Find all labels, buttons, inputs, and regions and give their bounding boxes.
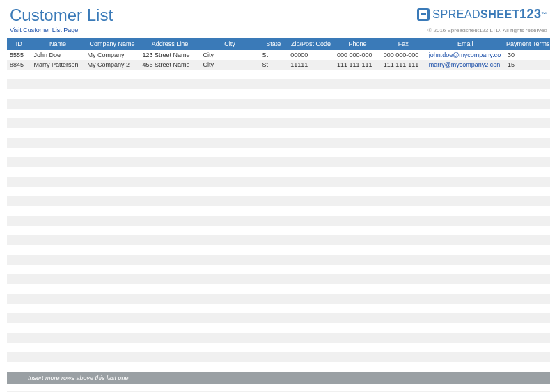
table-row-empty[interactable]: [7, 216, 550, 226]
cell-empty[interactable]: [288, 255, 334, 265]
cell-empty[interactable]: [84, 323, 139, 333]
cell-empty[interactable]: [260, 294, 288, 304]
cell-empty[interactable]: [334, 128, 381, 138]
cell-empty[interactable]: [31, 196, 84, 206]
cell-empty[interactable]: [334, 265, 381, 274]
cell-company[interactable]: My Company: [84, 50, 139, 60]
cell-empty[interactable]: [84, 187, 139, 196]
table-row-empty[interactable]: [7, 284, 550, 294]
cell-empty[interactable]: [84, 99, 139, 109]
table-row-empty[interactable]: [7, 99, 550, 109]
cell-empty[interactable]: [84, 118, 139, 128]
col-header-id[interactable]: ID: [7, 38, 31, 50]
cell-empty[interactable]: [139, 196, 200, 206]
table-row-empty[interactable]: [7, 245, 550, 255]
cell-empty[interactable]: [84, 157, 139, 167]
cell-empty[interactable]: [84, 333, 139, 343]
table-row-empty[interactable]: [7, 304, 550, 313]
cell-empty[interactable]: [505, 109, 550, 118]
cell-empty[interactable]: [139, 167, 200, 177]
cell-empty[interactable]: [381, 128, 426, 138]
cell-empty[interactable]: [426, 265, 505, 274]
cell-empty[interactable]: [84, 196, 139, 206]
cell-empty[interactable]: [505, 274, 550, 284]
cell-empty[interactable]: [31, 313, 84, 323]
cell-empty[interactable]: [201, 128, 260, 138]
cell-empty[interactable]: [381, 323, 426, 333]
cell-empty[interactable]: [288, 265, 334, 274]
cell-empty[interactable]: [201, 109, 260, 118]
cell-empty[interactable]: [334, 109, 381, 118]
cell-city[interactable]: City: [201, 60, 260, 70]
cell-empty[interactable]: [31, 128, 84, 138]
cell-id[interactable]: 5555: [7, 50, 31, 60]
cell-empty[interactable]: [426, 245, 505, 255]
table-row-empty[interactable]: [7, 352, 550, 362]
cell-empty[interactable]: [260, 265, 288, 274]
cell-empty[interactable]: [7, 206, 31, 216]
cell-empty[interactable]: [288, 89, 334, 99]
cell-empty[interactable]: [31, 245, 84, 255]
cell-empty[interactable]: [381, 274, 426, 284]
cell-empty[interactable]: [260, 255, 288, 265]
cell-empty[interactable]: [288, 187, 334, 196]
cell-empty[interactable]: [31, 216, 84, 226]
cell-address[interactable]: 123 Street Name: [139, 50, 200, 60]
cell-empty[interactable]: [288, 304, 334, 313]
cell-empty[interactable]: [7, 196, 31, 206]
cell-empty[interactable]: [381, 333, 426, 343]
cell-empty[interactable]: [201, 70, 260, 79]
cell-empty[interactable]: [288, 235, 334, 245]
cell-empty[interactable]: [31, 352, 84, 362]
cell-empty[interactable]: [139, 109, 200, 118]
cell-empty[interactable]: [31, 226, 84, 235]
cell-empty[interactable]: [201, 274, 260, 284]
table-row-empty[interactable]: [7, 128, 550, 138]
cell-state[interactable]: St: [260, 60, 288, 70]
cell-empty[interactable]: [201, 167, 260, 177]
cell-empty[interactable]: [426, 362, 505, 372]
cell-empty[interactable]: [426, 284, 505, 294]
cell-empty[interactable]: [505, 79, 550, 89]
cell-empty[interactable]: [201, 118, 260, 128]
cell-empty[interactable]: [426, 206, 505, 216]
cell-empty[interactable]: [505, 323, 550, 333]
cell-empty[interactable]: [201, 333, 260, 343]
cell-empty[interactable]: [84, 284, 139, 294]
cell-empty[interactable]: [381, 255, 426, 265]
cell-empty[interactable]: [139, 284, 200, 294]
cell-empty[interactable]: [7, 226, 31, 235]
cell-empty[interactable]: [426, 79, 505, 89]
cell-empty[interactable]: [201, 216, 260, 226]
cell-empty[interactable]: [505, 157, 550, 167]
cell-empty[interactable]: [426, 304, 505, 313]
cell-empty[interactable]: [288, 109, 334, 118]
cell-empty[interactable]: [201, 235, 260, 245]
cell-empty[interactable]: [426, 216, 505, 226]
cell-empty[interactable]: [31, 343, 84, 352]
cell-empty[interactable]: [260, 333, 288, 343]
cell-empty[interactable]: [139, 187, 200, 196]
cell-empty[interactable]: [505, 235, 550, 245]
cell-empty[interactable]: [260, 362, 288, 372]
cell-empty[interactable]: [139, 216, 200, 226]
cell-empty[interactable]: [31, 255, 84, 265]
table-row-empty[interactable]: [7, 157, 550, 167]
cell-empty[interactable]: [426, 313, 505, 323]
col-header-name[interactable]: Name: [31, 38, 84, 50]
cell-empty[interactable]: [31, 362, 84, 372]
cell-empty[interactable]: [288, 167, 334, 177]
cell-city[interactable]: City: [201, 50, 260, 60]
cell-empty[interactable]: [426, 255, 505, 265]
table-row-empty[interactable]: [7, 148, 550, 157]
cell-empty[interactable]: [334, 79, 381, 89]
cell-empty[interactable]: [381, 304, 426, 313]
visit-customer-list-link[interactable]: Visit Customer List Page: [10, 26, 78, 33]
cell-empty[interactable]: [505, 265, 550, 274]
cell-empty[interactable]: [7, 216, 31, 226]
cell-empty[interactable]: [260, 128, 288, 138]
cell-empty[interactable]: [201, 323, 260, 333]
cell-empty[interactable]: [7, 89, 31, 99]
cell-empty[interactable]: [260, 118, 288, 128]
cell-empty[interactable]: [334, 167, 381, 177]
